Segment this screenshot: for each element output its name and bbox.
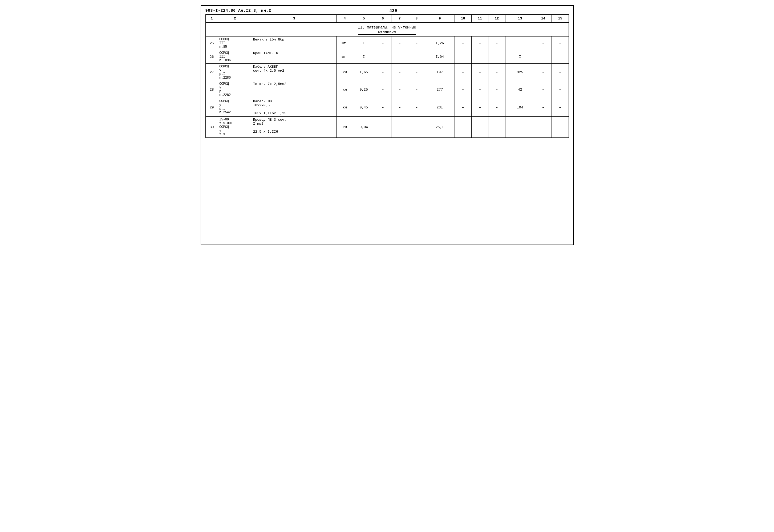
row-source: ССРСЦ у р.I п.2282 xyxy=(218,81,252,98)
col-header-7: 7 xyxy=(391,15,408,23)
table-row: 27 ССРСЦ у р.I п.2280 Кабель АКВВГ сеч. … xyxy=(205,64,569,81)
header: 903-I-224.86 Ал.I2.3, кн.2 — 429 — xyxy=(205,9,569,13)
row-source: ССРСЦ у р.I п.2280 xyxy=(218,64,252,81)
row-col10: – xyxy=(455,117,471,138)
row-description: Кран I4МI-I6 xyxy=(252,50,336,64)
row-unit: шт. xyxy=(336,50,353,64)
row-unit: шт. xyxy=(336,36,353,50)
row-col12: – xyxy=(488,36,505,50)
row-col10: – xyxy=(455,98,471,117)
main-table: 1 2 3 4 5 6 7 8 9 10 11 12 13 14 15 xyxy=(205,14,569,154)
row-col13: 325 xyxy=(505,64,535,81)
row-col5: 0,I5 xyxy=(353,81,374,98)
row-col8: – xyxy=(408,50,425,64)
bottom-spacer-row xyxy=(205,138,569,154)
row-col10: – xyxy=(455,81,471,98)
row-col6: – xyxy=(374,50,391,64)
row-unit: км xyxy=(336,64,353,81)
table-row: 26 ССРСЦ III п.I036 Кран I4МI-I6 шт. I –… xyxy=(205,50,569,64)
row-col15: – xyxy=(552,36,569,50)
col-header-11: 11 xyxy=(471,15,488,23)
col-header-6: 6 xyxy=(374,15,391,23)
row-col12: – xyxy=(488,64,505,81)
row-col8: – xyxy=(408,36,425,50)
col-header-14: 14 xyxy=(535,15,552,23)
section-title: II. Материалы, не учтенные ценником xyxy=(358,25,416,35)
row-col13: I xyxy=(505,50,535,64)
row-col7: – xyxy=(391,81,408,98)
table-row: 25 ССРСЦ III п.85 Вентиль I5ч 8бр шт. I … xyxy=(205,36,569,50)
row-col14: – xyxy=(535,117,552,138)
row-col7: – xyxy=(391,50,408,64)
row-col5: I,65 xyxy=(353,64,374,81)
row-description: Вентиль I5ч 8бр xyxy=(252,36,336,50)
col-header-10: 10 xyxy=(455,15,471,23)
row-col12: – xyxy=(488,81,505,98)
col-header-13: 13 xyxy=(505,15,535,23)
row-source: ССРСЦ у р.I п.2542 xyxy=(218,98,252,117)
row-num: 28 xyxy=(205,81,218,98)
section-header-row: II. Материалы, не учтенные ценником xyxy=(205,23,569,36)
row-unit: км xyxy=(336,117,353,138)
page-number: — 429 — xyxy=(277,9,510,13)
row-col6: – xyxy=(374,81,391,98)
row-source: ССРСЦ III п.85 xyxy=(218,36,252,50)
row-col13: 42 xyxy=(505,81,535,98)
row-col5: 0,45 xyxy=(353,98,374,117)
row-col6: – xyxy=(374,98,391,117)
row-col14: – xyxy=(535,50,552,64)
row-col7: – xyxy=(391,36,408,50)
row-col12: – xyxy=(488,117,505,138)
row-col9: I,04 xyxy=(425,50,455,64)
row-num: 26 xyxy=(205,50,218,64)
row-col14: – xyxy=(535,98,552,117)
row-source: ССРСЦ III п.I036 xyxy=(218,50,252,64)
row-col9: I97 xyxy=(425,64,455,81)
row-col5: I xyxy=(353,36,374,50)
row-col14: – xyxy=(535,81,552,98)
row-col6: – xyxy=(374,36,391,50)
col-header-15: 15 xyxy=(552,15,569,23)
row-description: Кабель ШВ I0х2х0,5 I65х I,IIбх I,25 xyxy=(252,98,336,117)
row-num: 29 xyxy=(205,98,218,117)
row-col11: – xyxy=(471,50,488,64)
row-col10: – xyxy=(455,64,471,81)
column-header-row: 1 2 3 4 5 6 7 8 9 10 11 12 13 14 15 xyxy=(205,15,569,23)
row-col13: I04 xyxy=(505,98,535,117)
row-col9: 25,I xyxy=(425,117,455,138)
row-num: 25 xyxy=(205,36,218,50)
row-col11: – xyxy=(471,64,488,81)
row-unit: км xyxy=(336,98,353,117)
col-header-12: 12 xyxy=(488,15,505,23)
row-col7: – xyxy=(391,117,408,138)
row-col15: – xyxy=(552,98,569,117)
row-col9: 277 xyxy=(425,81,455,98)
row-col13: I xyxy=(505,117,535,138)
row-col14: – xyxy=(535,36,552,50)
row-col12: – xyxy=(488,50,505,64)
row-col8: – xyxy=(408,98,425,117)
row-col14: – xyxy=(535,64,552,81)
col-header-3: 3 xyxy=(252,15,336,23)
row-col13: I xyxy=(505,36,535,50)
row-source: I5-09 т.5-00I ССРСЦ у т.3 xyxy=(218,117,252,138)
row-col8: – xyxy=(408,117,425,138)
row-col7: – xyxy=(391,64,408,81)
row-col7: – xyxy=(391,98,408,117)
row-col11: – xyxy=(471,36,488,50)
table-row: 29 ССРСЦ у р.I п.2542 Кабель ШВ I0х2х0,5… xyxy=(205,98,569,117)
row-col12: – xyxy=(488,98,505,117)
row-col15: – xyxy=(552,81,569,98)
col-header-1: 1 xyxy=(205,15,218,23)
table-row: 28 ССРСЦ у р.I п.2282 То же, 7х 2,5мм2 к… xyxy=(205,81,569,98)
row-col9: 23I xyxy=(425,98,455,117)
row-description: Провод ПВ 3 сеч. I мм2 22,5 х I,II6 xyxy=(252,117,336,138)
col-header-9: 9 xyxy=(425,15,455,23)
table-row: 30 I5-09 т.5-00I ССРСЦ у т.3 Провод ПВ 3… xyxy=(205,117,569,138)
row-col5: I xyxy=(353,50,374,64)
row-description: Кабель АКВВГ сеч. 4х 2,5 мм2 xyxy=(252,64,336,81)
row-col15: – xyxy=(552,50,569,64)
row-col11: – xyxy=(471,98,488,117)
row-col8: – xyxy=(408,81,425,98)
row-num: 30 xyxy=(205,117,218,138)
